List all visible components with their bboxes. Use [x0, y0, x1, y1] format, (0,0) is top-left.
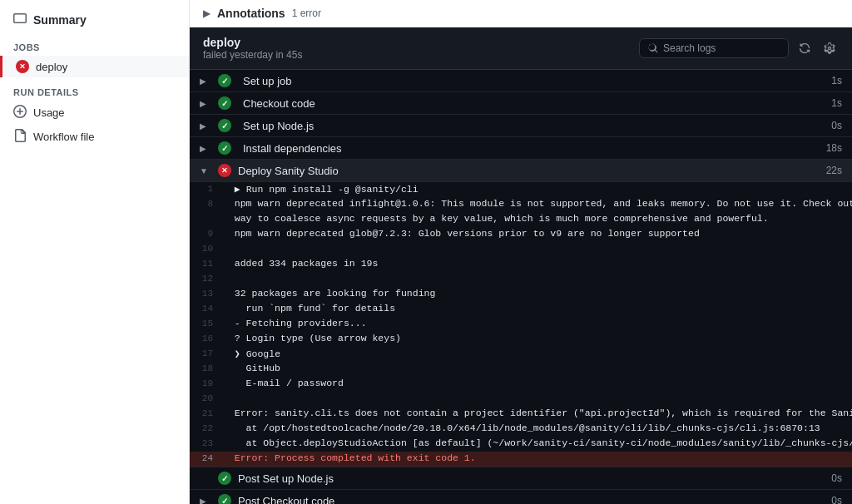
step-chevron-setup-job: ▶	[200, 77, 213, 86]
log-line-8b: way to coalesce async requests by a key …	[190, 212, 852, 227]
step-install-deps[interactable]: ▶ Install dependencies 18s	[190, 137, 852, 160]
main-panel: ▶ Annotations 1 error deploy failed yest…	[190, 0, 852, 504]
step-icon-post-node	[218, 472, 231, 485]
sidebar-workflow-file-link[interactable]: Workflow file	[0, 125, 189, 149]
step-time-checkout: 1s	[831, 97, 842, 109]
log-line-24: 24 Error: Process completed with exit co…	[190, 452, 852, 467]
log-line-16: 16 ? Login type (Use arrow keys)	[190, 332, 852, 347]
step-icon-checkout	[218, 96, 231, 110]
step-label-deps: Install dependencies	[243, 142, 826, 155]
step-label-setup-job: Set up job	[243, 75, 831, 87]
annotations-title: Annotations	[217, 7, 285, 20]
workflow-file-label: Workflow file	[33, 131, 94, 143]
annotations-header: ▶ Annotations 1 error	[190, 0, 852, 27]
log-header-right: Search logs	[639, 38, 839, 58]
search-logs-input[interactable]: Search logs	[639, 38, 789, 58]
step-label-checkout: Checkout code	[243, 97, 831, 110]
step-chevron-node: ▶	[200, 121, 213, 131]
step-label-deploy: Deploy Sanity Studio	[238, 165, 826, 177]
step-icon-deploy	[218, 164, 231, 177]
step-time-deps: 18s	[826, 142, 842, 154]
usage-label: Usage	[33, 106, 65, 119]
log-line-9: 9 npm warn deprecated glob@7.2.3: Glob v…	[190, 227, 852, 242]
step-time-node: 0s	[831, 120, 842, 131]
log-line-22: 22 at /opt/hostedtoolcache/node/20.18.0/…	[190, 422, 852, 437]
step-icon-setup-job	[218, 74, 231, 87]
log-line-13: 13 32 packages are looking for funding	[190, 287, 852, 302]
step-chevron-deps: ▶	[200, 144, 213, 153]
jobs-section-label: Jobs	[0, 32, 189, 56]
step-deploy-sanity-header[interactable]: ▼ Deploy Sanity Studio 22s	[190, 160, 852, 182]
log-line-11: 11 added 334 packages in 19s	[190, 257, 852, 272]
step-label-node: Set up Node.js	[243, 120, 831, 132]
log-lines: 1 ▶ Run npm install -g @sanity/cli 8 npm…	[190, 182, 852, 467]
step-time-post-node: 0s	[831, 472, 842, 484]
log-header: deploy failed yesterday in 45s Search lo…	[190, 27, 852, 70]
log-job-status: failed yesterday in 45s	[203, 49, 302, 61]
log-line-1: 1 ▶ Run npm install -g @sanity/cli	[190, 182, 852, 197]
log-line-8: 8 npm warn deprecated inflight@1.0.6: Th…	[190, 197, 852, 212]
sidebar: Summary Jobs deploy Run details Usage Wo…	[0, 0, 190, 504]
log-line-12: 12	[190, 272, 852, 287]
step-chevron-deploy: ▼	[200, 166, 213, 175]
deploy-job-label: deploy	[36, 61, 67, 73]
summary-icon	[13, 12, 27, 27]
step-label-post-checkout: Post Checkout code	[238, 495, 831, 505]
search-logs-placeholder: Search logs	[663, 42, 716, 54]
step-chevron-checkout: ▶	[200, 99, 213, 108]
step-checkout-code[interactable]: ▶ Checkout code 1s	[190, 92, 852, 115]
step-icon-deps	[218, 141, 231, 155]
log-line-19: 19 E-mail / password	[190, 377, 852, 392]
log-header-left: deploy failed yesterday in 45s	[203, 36, 302, 61]
workflow-file-icon	[13, 129, 27, 145]
step-icon-node	[218, 119, 231, 132]
step-time-deploy: 22s	[826, 165, 842, 176]
sidebar-usage-link[interactable]: Usage	[0, 101, 189, 125]
sidebar-summary[interactable]: Summary	[0, 7, 189, 32]
steps-container: ▶ Set up job 1s ▶ Checkout code 1s ▶ Set…	[190, 70, 852, 504]
step-time-setup-job: 1s	[831, 75, 842, 86]
log-line-23: 23 at Object.deployStudioAction [as defa…	[190, 437, 852, 452]
step-chevron-post-checkout: ▶	[200, 497, 213, 505]
run-details-section-label: Run details	[0, 77, 189, 101]
deploy-status-icon	[16, 60, 29, 73]
log-job-name: deploy	[203, 36, 302, 49]
annotations-chevron[interactable]: ▶	[203, 7, 211, 19]
log-line-21: 21 Error: sanity.cli.ts does not contain…	[190, 407, 852, 422]
settings-button[interactable]	[820, 39, 839, 57]
step-post-node[interactable]: Post Set up Node.js 0s	[190, 467, 852, 489]
usage-icon	[13, 105, 27, 121]
log-line-14: 14 run `npm fund` for details	[190, 302, 852, 317]
log-line-18: 18 GitHub	[190, 362, 852, 377]
step-label-post-node: Post Set up Node.js	[238, 472, 831, 485]
summary-label: Summary	[33, 13, 87, 27]
search-icon	[648, 43, 658, 53]
log-line-20: 20	[190, 392, 852, 407]
annotations-subtitle: 1 error	[292, 7, 321, 19]
step-setup-node[interactable]: ▶ Set up Node.js 0s	[190, 115, 852, 137]
sidebar-job-deploy[interactable]: deploy	[0, 56, 189, 77]
log-panel: deploy failed yesterday in 45s Search lo…	[190, 27, 852, 504]
log-line-15: 15 - Fetching providers...	[190, 317, 852, 332]
step-post-checkout[interactable]: ▶ Post Checkout code 0s	[190, 489, 852, 504]
step-setup-job[interactable]: ▶ Set up job 1s	[190, 70, 852, 92]
refresh-button[interactable]	[795, 39, 814, 57]
log-line-10: 10	[190, 242, 852, 257]
step-icon-post-checkout	[218, 494, 231, 504]
log-line-17: 17 ❯ Google	[190, 347, 852, 362]
step-time-post-checkout: 0s	[831, 495, 842, 504]
